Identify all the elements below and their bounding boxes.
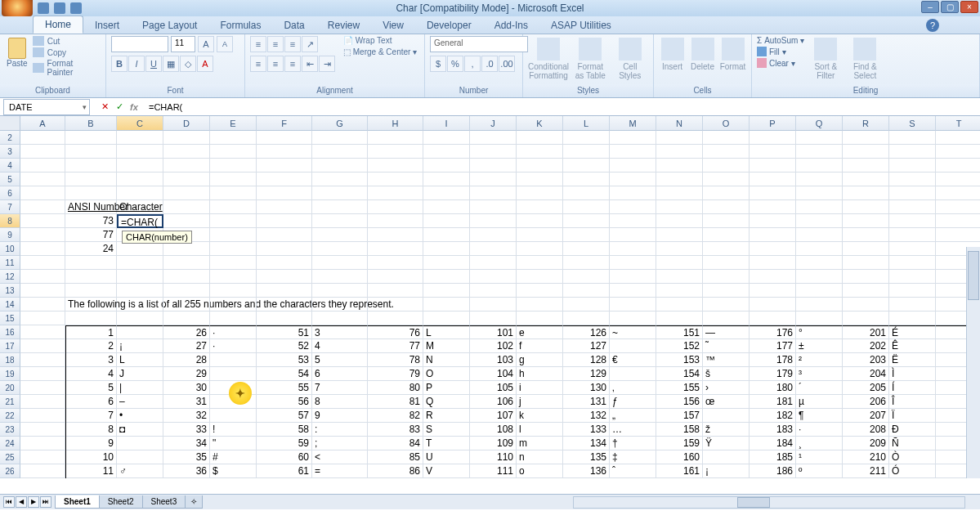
cell-P19[interactable]: 179 xyxy=(750,367,796,381)
cell-S19[interactable]: Ì xyxy=(889,367,936,381)
cell-C24[interactable] xyxy=(117,437,163,450)
cell-R8[interactable] xyxy=(843,214,889,228)
col-head-R[interactable]: R xyxy=(843,116,889,131)
cell-C12[interactable] xyxy=(117,270,163,284)
cell-R16[interactable]: 201 xyxy=(843,325,889,339)
cell-I21[interactable]: Q xyxy=(423,395,470,409)
cell-S4[interactable] xyxy=(889,159,936,173)
format-painter-button[interactable]: Format Painter xyxy=(33,59,101,77)
cell-I9[interactable] xyxy=(423,228,470,242)
cell-F26[interactable]: 61 xyxy=(257,464,312,478)
cell-T7[interactable] xyxy=(936,200,980,214)
cell-E9[interactable] xyxy=(210,228,257,242)
row-head-5[interactable]: 5 xyxy=(0,173,20,186)
cell-P11[interactable] xyxy=(750,256,796,270)
cell-S11[interactable] xyxy=(889,256,936,270)
sheet-tab-2[interactable]: Sheet2 xyxy=(99,495,143,509)
cell-K19[interactable]: h xyxy=(517,367,563,381)
cell-A22[interactable] xyxy=(20,409,65,423)
cell-L8[interactable] xyxy=(563,214,610,228)
cell-C25[interactable] xyxy=(117,450,163,464)
row-head-8[interactable]: 8 xyxy=(0,214,20,228)
cell-Q8[interactable] xyxy=(796,214,843,228)
cell-R6[interactable] xyxy=(843,186,889,200)
cell-T6[interactable] xyxy=(936,186,980,200)
cell-B22[interactable]: 7 xyxy=(65,409,117,423)
cell-R18[interactable]: 203 xyxy=(843,353,889,367)
cell-M3[interactable] xyxy=(610,145,656,159)
cell-H25[interactable]: 85 xyxy=(368,450,423,464)
cell-G6[interactable] xyxy=(312,186,368,200)
cell-D24[interactable]: 34 xyxy=(163,437,210,450)
cell-K20[interactable]: i xyxy=(517,381,563,395)
cell-L24[interactable]: 134 xyxy=(563,437,610,450)
cell-F8[interactable] xyxy=(257,214,312,228)
format-as-table-button[interactable]: Format as Table xyxy=(572,36,608,80)
tab-home[interactable]: Home xyxy=(33,16,83,34)
cell-I10[interactable] xyxy=(423,242,470,256)
cell-S8[interactable] xyxy=(889,214,936,228)
cell-B12[interactable] xyxy=(65,270,117,284)
cell-D18[interactable]: 28 xyxy=(163,353,210,367)
cell-Q14[interactable] xyxy=(796,298,843,312)
cell-F17[interactable]: 52 xyxy=(257,339,312,353)
cell-J14[interactable] xyxy=(470,298,517,312)
indent-inc-icon[interactable]: ⇥ xyxy=(319,56,335,72)
cell-J16[interactable]: 101 xyxy=(470,325,517,339)
cell-S12[interactable] xyxy=(889,270,936,284)
col-head-A[interactable]: A xyxy=(20,116,65,131)
cell-N19[interactable]: 154 xyxy=(656,367,703,381)
row-head-7[interactable]: 7 xyxy=(0,200,20,214)
cell-K24[interactable]: m xyxy=(517,437,563,450)
cell-N20[interactable]: 155 xyxy=(656,381,703,395)
cell-O13[interactable] xyxy=(703,284,750,298)
cell-F2[interactable] xyxy=(257,131,312,145)
cell-S14[interactable] xyxy=(889,298,936,312)
sheet-nav-prev-icon[interactable]: ◀ xyxy=(16,496,27,508)
col-head-S[interactable]: S xyxy=(889,116,936,131)
indent-dec-icon[interactable]: ⇤ xyxy=(302,56,318,72)
sheet-nav-next-icon[interactable]: ▶ xyxy=(28,496,39,508)
cell-H22[interactable]: 82 xyxy=(368,409,423,423)
cell-B2[interactable] xyxy=(65,131,117,145)
wrap-text-button[interactable]: 📄 Wrap Text xyxy=(343,36,417,45)
cell-Q11[interactable] xyxy=(796,256,843,270)
cell-A8[interactable] xyxy=(20,214,65,228)
delete-cells-button[interactable]: Delete xyxy=(689,36,716,71)
cell-G5[interactable] xyxy=(312,173,368,186)
sheet-tab-3[interactable]: Sheet3 xyxy=(142,495,186,509)
cell-O14[interactable] xyxy=(703,298,750,312)
cell-G21[interactable]: 8 xyxy=(312,395,368,409)
cell-Q24[interactable]: ¸ xyxy=(796,437,843,450)
cell-K15[interactable] xyxy=(517,312,563,325)
cell-N18[interactable]: 153 xyxy=(656,353,703,367)
row-head-14[interactable]: 14 xyxy=(0,298,20,312)
cell-R21[interactable]: 206 xyxy=(843,395,889,409)
cell-H15[interactable] xyxy=(368,312,423,325)
cell-H26[interactable]: 86 xyxy=(368,464,423,478)
cell-J18[interactable]: 103 xyxy=(470,353,517,367)
align-right-icon[interactable]: ≡ xyxy=(284,56,301,72)
cell-I25[interactable]: U xyxy=(423,450,470,464)
cell-O11[interactable] xyxy=(703,256,750,270)
cell-S15[interactable] xyxy=(889,312,936,325)
cell-G24[interactable]: ; xyxy=(312,437,368,450)
cell-N21[interactable]: 156 xyxy=(656,395,703,409)
cell-E16[interactable]: · xyxy=(210,325,257,339)
cell-B4[interactable] xyxy=(65,159,117,173)
cell-O8[interactable] xyxy=(703,214,750,228)
cell-C23[interactable]: ◘ xyxy=(117,423,163,437)
cell-G22[interactable]: 9 xyxy=(312,409,368,423)
cell-B21[interactable]: 6 xyxy=(65,395,117,409)
cell-B14[interactable]: The following is a list of all 255 numbe… xyxy=(65,298,117,312)
cell-C14[interactable] xyxy=(117,298,163,312)
cell-H6[interactable] xyxy=(368,186,423,200)
col-head-J[interactable]: J xyxy=(470,116,517,131)
cell-P24[interactable]: 184 xyxy=(750,437,796,450)
cell-F24[interactable]: 59 xyxy=(257,437,312,450)
cell-S7[interactable] xyxy=(889,200,936,214)
cell-O6[interactable] xyxy=(703,186,750,200)
cell-O17[interactable]: ˜ xyxy=(703,339,750,353)
inc-decimal-icon[interactable]: .0 xyxy=(481,56,498,72)
cell-M12[interactable] xyxy=(610,270,656,284)
